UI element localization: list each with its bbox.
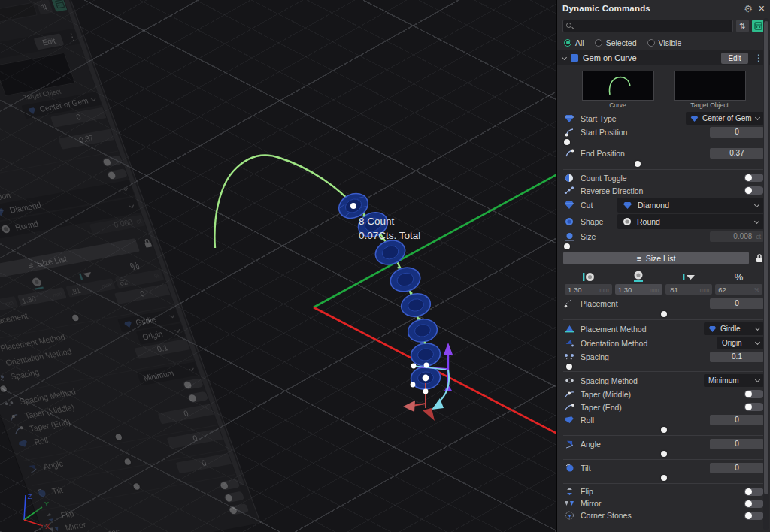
size-slider[interactable]: [563, 243, 764, 250]
gumball-rotate-arrow[interactable]: [432, 398, 444, 410]
close-icon[interactable]: ×: [759, 3, 765, 14]
corner-stones-label: Corner Stones: [581, 511, 739, 520]
shape-dropdown[interactable]: Round: [617, 214, 764, 229]
flip-label: Flip: [581, 487, 739, 496]
taper-middle-switch[interactable]: [744, 390, 764, 398]
roll-input[interactable]: 0: [710, 415, 764, 425]
section-checkbox[interactable]: [571, 54, 578, 62]
reverse-direction-switch[interactable]: [744, 186, 764, 195]
thumbnails: [557, 65, 770, 101]
orientation-method-dropdown[interactable]: Origin: [717, 337, 764, 349]
gem-4[interactable]: [388, 264, 423, 295]
row-tilt: Tilt 0: [557, 461, 770, 474]
measure-input-1[interactable]: 1.30mm: [565, 284, 612, 295]
spacing-input[interactable]: 0.1: [710, 352, 764, 362]
viewport-3d[interactable]: 8 Count 0.07Cts. Total Z Y X Dynamic Com…: [0, 0, 556, 532]
angle-slider[interactable]: [563, 450, 764, 458]
start-position-icon: [563, 127, 575, 138]
panel-title: Dynamic Commands: [562, 4, 738, 13]
start-position-input[interactable]: 0: [710, 127, 764, 138]
placement-input[interactable]: 0: [710, 298, 764, 309]
gem-on-curve-section-header[interactable]: Gem on Curve Edit ⋮: [557, 50, 770, 65]
curve-thumbnail[interactable]: [582, 71, 654, 101]
radio-selected[interactable]: Selected: [595, 38, 637, 47]
count-toggle-switch[interactable]: [744, 174, 764, 182]
round-icon: [623, 217, 632, 226]
slider-handle[interactable]: [635, 161, 641, 167]
chevron-down-icon[interactable]: [562, 54, 567, 59]
sort-filter-icon[interactable]: ⇅: [736, 20, 749, 32]
size-value: 0.008: [733, 232, 752, 240]
spacing-method-dropdown[interactable]: Minimum: [704, 374, 764, 387]
chevron-down-icon: [754, 201, 759, 207]
spacing-slider[interactable]: [563, 363, 764, 370]
tilt-slider[interactable]: [563, 474, 764, 482]
mirror-switch[interactable]: [744, 500, 764, 508]
tilt-input[interactable]: 0: [710, 463, 764, 473]
row-placement: Placement 0: [557, 296, 770, 310]
gem-3[interactable]: [372, 237, 408, 268]
slider-handle[interactable]: [661, 311, 667, 317]
gem-icon: [690, 115, 699, 122]
size-list-button[interactable]: ≡ Size List: [563, 252, 749, 264]
taper-end-switch[interactable]: [744, 403, 764, 411]
end-position-input[interactable]: 0.37: [710, 148, 764, 159]
gumball-up-arrow[interactable]: [444, 343, 453, 355]
placement-slider[interactable]: [563, 310, 764, 318]
size-icon: [563, 231, 575, 242]
orientation-method-label: Orientation Method: [581, 339, 712, 348]
gem-6[interactable]: [406, 317, 439, 344]
panel-scrollbar[interactable]: [763, 18, 769, 530]
slider-handle[interactable]: [566, 364, 572, 370]
start-type-icon: [563, 113, 575, 124]
end-position-label: End Position: [581, 149, 705, 158]
edit-button[interactable]: Edit: [721, 53, 748, 64]
slider-handle[interactable]: [564, 139, 570, 145]
cut-dropdown[interactable]: Diamond: [617, 198, 764, 213]
tilt-label: Tilt: [581, 464, 705, 473]
end-position-icon: [563, 148, 575, 159]
corner-stones-icon: [563, 510, 575, 521]
target-object-thumbnail-label: Target Object: [674, 101, 746, 111]
start-type-dropdown[interactable]: Center of Gem: [686, 112, 764, 125]
row-taper-end: Taper (End): [557, 401, 770, 413]
radio-visible[interactable]: Visible: [647, 38, 682, 47]
x-axis-label: X: [45, 523, 50, 530]
angle-input[interactable]: 0: [710, 439, 764, 449]
search-row: ⇅: [557, 17, 770, 35]
gem-5[interactable]: [399, 291, 432, 319]
row-spacing: Spacing 0.1: [557, 350, 770, 363]
gumball-x-arrow[interactable]: [403, 401, 415, 412]
corner-stones-switch[interactable]: [744, 512, 764, 520]
count-toggle-icon: [563, 173, 575, 183]
row-size: Size 0.008 ct: [557, 230, 770, 243]
measure-input-4[interactable]: 62%: [715, 284, 762, 295]
start-position-slider[interactable]: [563, 138, 764, 146]
orientation-method-value: Origin: [722, 339, 752, 347]
start-type-value: Center of Gem: [702, 114, 752, 122]
slider-handle[interactable]: [661, 475, 667, 481]
roll-slider[interactable]: [563, 426, 764, 434]
size-label: Size: [581, 232, 705, 241]
roll-icon: [563, 415, 575, 425]
radio-all[interactable]: All: [564, 38, 584, 47]
target-object-thumbnail[interactable]: [674, 71, 746, 101]
slider-handle[interactable]: [661, 451, 667, 457]
curve-thumbnail-label: Curve: [582, 101, 654, 111]
slider-handle[interactable]: [564, 243, 570, 249]
search-input[interactable]: [562, 20, 733, 32]
flip-switch[interactable]: [744, 488, 764, 496]
size-input[interactable]: 0.008 ct: [710, 231, 764, 242]
row-start-type: Start Type Center of Gem: [557, 111, 770, 125]
settings-gear-icon[interactable]: ⚙: [744, 4, 753, 14]
placement-method-dropdown[interactable]: Girdle: [704, 322, 764, 335]
chevron-down-icon: [755, 377, 760, 382]
gumball-down-arrow[interactable]: [423, 408, 435, 421]
gem-curve[interactable]: [214, 156, 426, 378]
measure-input-3[interactable]: .81mm: [665, 284, 713, 295]
cut-value: Diamond: [638, 201, 669, 210]
slider-handle[interactable]: [661, 427, 667, 433]
measure-input-2[interactable]: 1.30mm: [615, 284, 662, 295]
end-position-slider[interactable]: [563, 160, 764, 168]
scrollbar-thumb[interactable]: [764, 21, 768, 494]
